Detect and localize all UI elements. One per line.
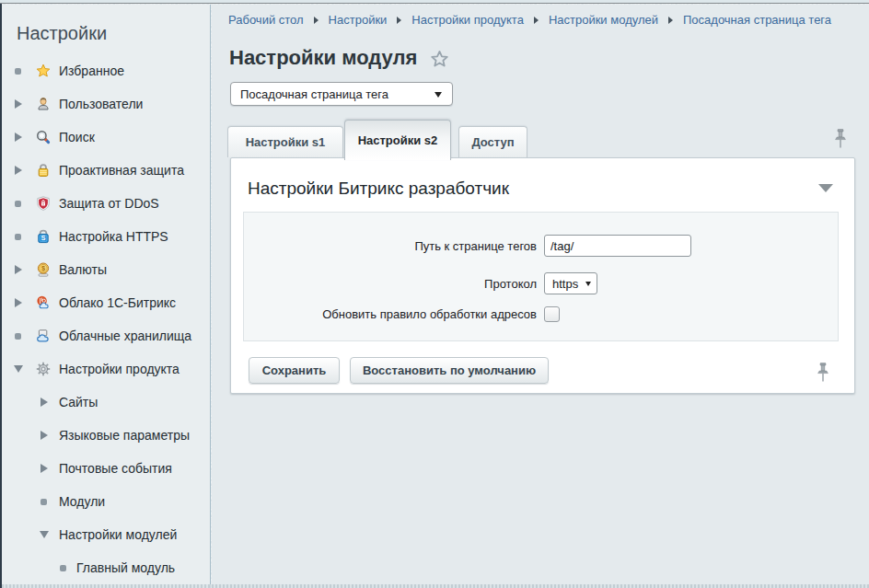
url-rule-label: Обновить правило обработки адресов (244, 307, 537, 321)
sidebar-item-currencies[interactable]: $ Валюты (2, 253, 210, 286)
sidebar-item-label: Настройка HTTPS (59, 229, 168, 244)
sidebar-item-main-module[interactable]: Главный модуль (2, 551, 210, 584)
tab-settings-s2[interactable]: Настройки s2 (344, 120, 451, 160)
breadcrumb: Рабочий стол Настройки Настройки продукт… (228, 13, 831, 27)
sidebar-item-label: Настройки продукта (59, 362, 180, 376)
sidebar-item-search[interactable]: Поиск (2, 121, 210, 154)
admin-screen: Настройки Избранное Пользовате (0, 0, 869, 588)
pin-tabs-icon[interactable] (834, 129, 847, 149)
collapse-marker[interactable] (40, 531, 48, 538)
module-settings-panel: Настройки Битрикс разработчик Путь к стр… (230, 157, 855, 394)
breadcrumb-link-settings[interactable]: Настройки (329, 13, 388, 27)
breadcrumb-separator-icon (397, 17, 401, 24)
protocol-select-value: https (552, 277, 578, 291)
sidebar-title: Настройки (17, 23, 107, 44)
sidebar-item-label: Сайты (59, 395, 98, 409)
collapse-marker[interactable] (14, 365, 22, 373)
sidebar-item-label: Настройки модулей (59, 527, 177, 542)
sidebar-item-users[interactable]: Пользователи (2, 87, 210, 121)
sidebar-item-sites[interactable]: Сайты (2, 386, 210, 419)
module-select[interactable]: Посадочная страница тега (230, 82, 453, 106)
cloud-icon (36, 329, 51, 343)
page-title-text: Настройки модуля (229, 46, 417, 70)
settings-form: Путь к странице тегов Протокол https (243, 212, 839, 341)
tab-label: Настройки s2 (358, 133, 438, 147)
bullet-marker (14, 234, 22, 240)
sidebar-item-module-settings[interactable]: Настройки модулей (2, 518, 210, 551)
select-arrow-icon (434, 92, 442, 98)
breadcrumb-separator-icon (314, 17, 319, 24)
sidebar-item-favorites[interactable]: Избранное (2, 54, 210, 87)
expand-marker[interactable] (14, 133, 22, 142)
breadcrumb-link-tag-landing[interactable]: Посадочная страница тега (683, 13, 831, 27)
bullet-marker (14, 333, 22, 340)
form-row-url-rule: Обновить правило обработки адресов (244, 306, 838, 322)
favorite-star-icon[interactable] (430, 50, 449, 68)
form-row-protocol: Протокол https (244, 272, 838, 294)
select-arrow-icon (585, 282, 591, 286)
tag-path-input[interactable] (544, 235, 691, 257)
sidebar-item-cloud-storage[interactable]: Облачные хранилища (2, 319, 210, 352)
collapse-section-icon[interactable] (818, 184, 833, 192)
shield-icon (36, 196, 51, 211)
sidebar-item-https-settings[interactable]: S Настройка HTTPS (2, 220, 210, 253)
bullet-marker (59, 565, 67, 571)
restore-defaults-button[interactable]: Восстановить по умолчанию (350, 357, 549, 384)
sidebar-item-ddos-protection[interactable]: Защита от DDoS (2, 187, 210, 220)
workarea: Рабочий стол Настройки Настройки продукт… (212, 5, 869, 588)
sidebar-item-proactive-protection[interactable]: Проактивная защита (2, 154, 210, 187)
form-row-tag-path: Путь к странице тегов (244, 235, 838, 257)
sidebar-item-label: Языковые параметры (59, 428, 190, 443)
gear-icon (36, 362, 51, 376)
breadcrumb-link-product-settings[interactable]: Настройки продукта (411, 13, 524, 27)
user-icon (36, 97, 51, 111)
left-dark-edge (0, 4, 2, 588)
form-buttons: Сохранить Восстановить по умолчанию (249, 357, 549, 384)
top-header-edge (0, 0, 869, 4)
sidebar-item-label: Валюты (59, 262, 107, 277)
sidebar-item-language-parameters[interactable]: Языковые параметры (2, 419, 210, 452)
protocol-label: Протокол (244, 277, 537, 291)
sidebar-item-product-settings[interactable]: Настройки продукта (2, 352, 210, 386)
sidebar-item-mail-events[interactable]: Почтовые события (2, 452, 210, 485)
expand-marker[interactable] (14, 99, 22, 109)
sidebar-item-modules[interactable]: Модули (2, 485, 210, 518)
bullet-marker (14, 68, 22, 75)
bullet-marker (40, 499, 48, 505)
module-select-value: Посадочная страница тега (240, 87, 388, 101)
tab-label: Доступ (471, 135, 514, 149)
expand-marker[interactable] (40, 464, 48, 473)
sidebar-item-label: Почтовые события (59, 461, 172, 476)
expand-marker[interactable] (14, 265, 22, 274)
breadcrumb-link-desktop[interactable]: Рабочий стол (228, 13, 304, 27)
footer-edge (2, 584, 869, 588)
star-icon (36, 63, 51, 78)
sidebar-item-bitrix-cloud[interactable]: Облако 1С-Битрикс (2, 286, 210, 319)
sidebar-item-label: Облако 1С-Битрикс (59, 295, 176, 310)
sidebar-item-label: Проактивная защита (59, 163, 184, 178)
page-title: Настройки модуля (229, 46, 449, 70)
svg-text:S: S (41, 234, 45, 242)
https-lock-icon: S (36, 229, 51, 244)
pin-form-icon[interactable] (817, 363, 829, 383)
tab-access[interactable]: Доступ (458, 126, 527, 157)
sidebar-menu: Избранное Пользователи (2, 54, 210, 584)
breadcrumb-link-module-settings[interactable]: Настройки модулей (549, 13, 658, 27)
currency-icon: $ (36, 262, 51, 277)
tab-settings-s1[interactable]: Настройки s1 (227, 126, 343, 157)
expand-marker[interactable] (14, 166, 22, 175)
section-title: Настройки Битрикс разработчик (248, 179, 509, 199)
protocol-select[interactable]: https (544, 272, 597, 294)
expand-marker[interactable] (40, 398, 48, 407)
breadcrumb-separator-icon (668, 17, 673, 24)
breadcrumb-separator-icon (534, 17, 539, 24)
sidebar-item-label: Избранное (59, 63, 124, 78)
url-rule-checkbox[interactable] (544, 306, 560, 322)
expand-marker[interactable] (40, 431, 48, 440)
expand-marker[interactable] (14, 298, 22, 307)
save-button[interactable]: Сохранить (249, 357, 340, 384)
sidebar-item-label: Модули (59, 494, 105, 509)
sidebar-item-label: Поиск (59, 130, 95, 144)
bitrix-cloud-icon (36, 295, 51, 310)
settings-sidebar: Настройки Избранное Пользовате (2, 5, 211, 588)
